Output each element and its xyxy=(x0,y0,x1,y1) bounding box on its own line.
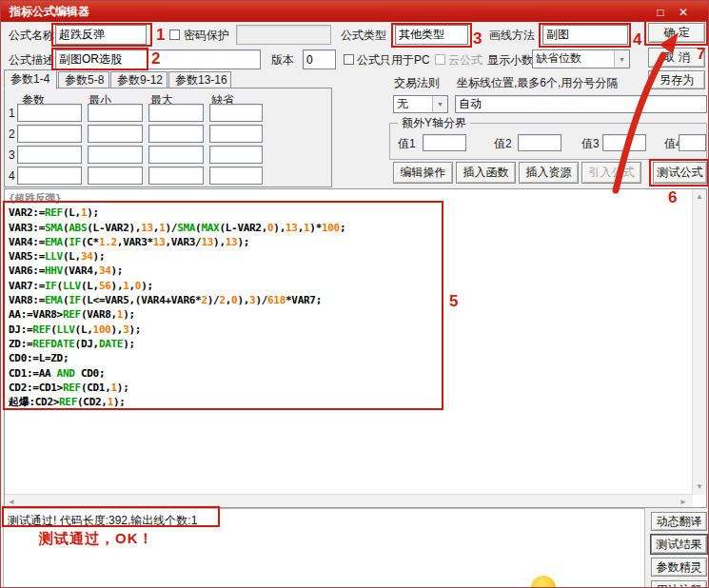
tab-params-4[interactable]: 参数13-16 xyxy=(168,71,231,88)
annotation-number-4: 4 xyxy=(633,30,641,49)
yaxis-value-input-3[interactable] xyxy=(602,134,646,151)
password-protect-label: 密码保护 xyxy=(184,29,229,42)
trade-rule-value: 无 xyxy=(394,96,432,112)
import-formula-button: 引入公式 xyxy=(581,162,641,184)
editor-vscrollbar[interactable]: ▲ ▼ xyxy=(692,189,706,495)
formula-name-input[interactable] xyxy=(55,25,147,45)
ok-button[interactable]: 确 定 xyxy=(648,23,705,43)
window-title: 指标公式编辑器 xyxy=(10,5,89,18)
side-button-4[interactable]: 用法注释 xyxy=(651,580,707,588)
code-line: VAR8:=EMA(IF(L<=VAR5,(VAR4+VAR6*2)/2,0),… xyxy=(9,293,345,307)
password-protect-checkbox[interactable] xyxy=(169,29,180,40)
decimal-display-value: 缺省位数 xyxy=(533,50,614,68)
restore-icon[interactable]: □ xyxy=(652,3,669,20)
code-line: VAR3:=SMA(ABS(L-VAR2),13,1)/SMA(MAX(L-VA… xyxy=(9,221,345,235)
test-result-text: 测试通过! 代码长度:392,输出线个数:1 xyxy=(4,509,644,528)
formula-desc-input[interactable] xyxy=(55,49,261,69)
tab-params-2[interactable]: 参数5-8 xyxy=(58,71,109,88)
param-input-r1c2[interactable] xyxy=(88,104,143,122)
cloud-formula-label: 云公式 xyxy=(448,53,483,67)
param-input-r4c2[interactable] xyxy=(88,167,143,185)
annotation-number-3: 3 xyxy=(473,29,482,49)
chevron-down-icon[interactable]: ▼ xyxy=(432,96,447,112)
title-bar: 指标公式编辑器 xyxy=(1,1,709,22)
cloud-formula-checkbox xyxy=(435,54,445,65)
code-text[interactable]: {超跌反弹}VAR2:=REF(L,1);VAR3:=SMA(ABS(L-VAR… xyxy=(9,191,345,409)
param-row-number: 2 xyxy=(9,127,15,141)
code-line: VAR2:=REF(L,1); xyxy=(9,206,345,220)
param-input-r1c3[interactable] xyxy=(148,104,204,122)
scroll-down-icon[interactable]: ▼ xyxy=(693,482,706,492)
draw-method-input[interactable] xyxy=(542,25,628,45)
chevron-down-icon[interactable]: ▼ xyxy=(614,50,629,68)
code-line: VAR7:=IF(LLV(L,56),1,0); xyxy=(9,279,345,293)
edit-operations-button[interactable]: 编辑操作 xyxy=(393,162,453,184)
save-as-button[interactable]: 另存为 xyxy=(648,70,705,89)
param-input-r2c3[interactable] xyxy=(148,125,204,143)
version-input[interactable] xyxy=(303,49,336,69)
param-input-r4c4[interactable] xyxy=(209,167,263,185)
param-input-r2c1[interactable] xyxy=(17,125,82,143)
code-editor[interactable]: {超跌反弹}VAR2:=REF(L,1);VAR3:=SMA(ABS(L-VAR… xyxy=(4,188,707,508)
test-passed-annotation: 测试通过，OK！ xyxy=(39,530,154,548)
trade-rule-dropdown[interactable]: 无 ▼ xyxy=(393,95,448,113)
coord-position-input[interactable] xyxy=(455,95,707,113)
yaxis-value-label: 值1 xyxy=(398,137,416,150)
param-row-number: 1 xyxy=(9,107,15,120)
param-input-r2c4[interactable] xyxy=(209,125,263,143)
code-line: AA:=VAR8>REF(VAR8,1); xyxy=(9,307,345,322)
yaxis-value-label: 值2 xyxy=(494,137,512,150)
coord-position-hint: 坐标线位置,最多6个,用分号分隔 xyxy=(457,76,618,89)
formula-editor-window: 指标公式编辑器 □ ✕ 公式名称 密码保护 公式类型 画线方法 确 定 公式描述… xyxy=(0,0,709,588)
param-input-r1c1[interactable] xyxy=(17,104,82,122)
yaxis-value-input-4[interactable] xyxy=(679,134,706,151)
yaxis-value-label: 值3 xyxy=(581,137,600,150)
cancel-button[interactable]: 取 消 xyxy=(648,48,705,68)
tab-params-1[interactable]: 参数1-4 xyxy=(4,69,57,89)
tab-params-3[interactable]: 参数9-12 xyxy=(110,71,167,88)
formula-type-label: 公式类型 xyxy=(341,29,386,42)
code-line: DJ:=REF(LLV(L,100),3); xyxy=(9,323,345,337)
param-row-number: 4 xyxy=(9,169,15,183)
test-formula-button[interactable]: 测试公式 xyxy=(653,162,707,184)
pc-only-checkbox[interactable] xyxy=(344,54,354,65)
param-input-r3c2[interactable] xyxy=(88,146,143,164)
side-button-1[interactable]: 动态翻译 xyxy=(651,512,707,531)
code-line: VAR5:=LLV(L,34); xyxy=(9,249,345,264)
insert-resource-button[interactable]: 插入资源 xyxy=(519,162,579,184)
annotation-number-1: 1 xyxy=(156,26,165,45)
param-input-r4c1[interactable] xyxy=(17,167,82,185)
side-button-3[interactable]: 参数精灵 xyxy=(651,558,707,577)
code-line: VAR6:=HHV(VAR4,34); xyxy=(9,264,345,278)
scroll-left-icon[interactable]: ◄ xyxy=(8,498,15,507)
trade-rule-label: 交易法则 xyxy=(394,76,440,89)
yaxis-value-input-2[interactable] xyxy=(518,134,561,151)
scroll-up-icon[interactable]: ▲ xyxy=(693,192,706,202)
extra-yaxis-title: 额外Y轴分界 xyxy=(398,116,470,129)
editor-hscrollbar[interactable]: ◄ ► xyxy=(5,494,693,507)
param-input-r4c3[interactable] xyxy=(148,167,204,185)
param-input-r3c4[interactable] xyxy=(209,146,263,164)
formula-type-input[interactable] xyxy=(395,25,468,45)
yaxis-value-input-1[interactable] xyxy=(423,134,466,151)
code-line: 起爆:CD2>REF(CD2,1); xyxy=(9,395,345,409)
param-input-r1c4[interactable] xyxy=(209,104,263,122)
code-line: CD0:=L=ZD; xyxy=(9,351,345,365)
insert-function-button[interactable]: 插入函数 xyxy=(456,162,516,184)
close-icon[interactable]: ✕ xyxy=(675,3,692,20)
pc-only-label: 公式只用于PC xyxy=(357,53,430,67)
param-input-r3c1[interactable] xyxy=(17,146,82,164)
param-input-r3c3[interactable] xyxy=(148,146,204,164)
side-button-2[interactable]: 测试结果 xyxy=(651,535,707,554)
decimal-display-dropdown[interactable]: 缺省位数 ▼ xyxy=(532,49,630,69)
param-row-number: 3 xyxy=(9,148,15,162)
code-comment-line: {超跌反弹} xyxy=(9,191,345,206)
param-input-r2c2[interactable] xyxy=(88,125,143,143)
code-line: CD1:=AA AND CD0; xyxy=(9,366,345,381)
formula-name-label: 公式名称 xyxy=(9,29,54,42)
scroll-right-icon[interactable]: ► xyxy=(679,498,687,507)
code-line: ZD:=REFDATE(DJ,DATE); xyxy=(9,337,345,351)
formula-desc-label: 公式描述 xyxy=(9,53,54,67)
version-label: 版本 xyxy=(271,53,294,67)
code-line: CD2:=CD1>REF(CD1,1); xyxy=(9,381,345,395)
